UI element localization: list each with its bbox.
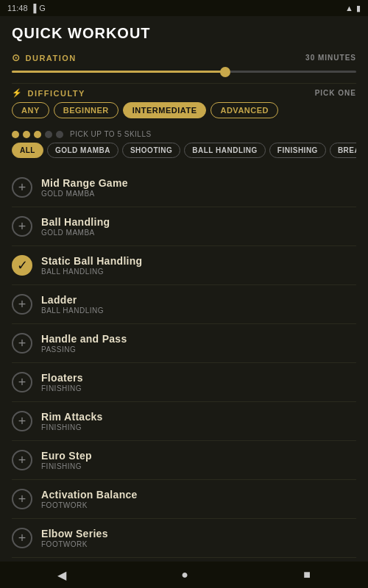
difficulty-advanced-button[interactable]: Advanced <box>210 102 278 118</box>
skills-limit-label: Pick Up To 5 Skills <box>70 130 152 138</box>
difficulty-label: Difficulty <box>28 89 85 98</box>
home-nav-icon[interactable]: ● <box>181 568 188 581</box>
difficulty-label-row: ⚡ Difficulty Pick One <box>12 88 356 98</box>
skill-dot-2 <box>23 131 30 138</box>
back-nav-icon[interactable]: ◀ <box>57 568 66 582</box>
workout-name: Ladder <box>41 294 104 306</box>
skill-dot-4 <box>45 131 52 138</box>
header: Quick Workout <box>0 16 368 48</box>
add-workout-button[interactable]: + <box>12 333 32 354</box>
list-item: + Handle and Pass Passing <box>12 324 356 363</box>
workout-info: Activation Balance Footwork <box>41 489 138 509</box>
workout-info: Euro Step Finishing <box>41 450 92 470</box>
list-item: + Euro Step Finishing <box>12 441 356 480</box>
workout-name: Rim Attacks <box>41 411 103 423</box>
wifi-icon: ▲ <box>345 4 353 12</box>
workout-name: Activation Balance <box>41 489 138 501</box>
workout-category: Ball Handling <box>41 306 104 315</box>
skill-filter-breakdown[interactable]: Breakdown Handles <box>330 143 356 158</box>
workout-info: Mid Range Game Gold Mamba <box>41 177 128 198</box>
skill-dot-1 <box>12 131 19 138</box>
difficulty-any-button[interactable]: Any <box>12 102 49 118</box>
list-item: + Floaters Finishing <box>12 363 356 402</box>
workout-name: Floaters <box>41 372 83 384</box>
network-icon: G <box>39 4 46 12</box>
workout-category: Gold Mamba <box>41 190 128 198</box>
pick-one-label: Pick One <box>315 89 356 97</box>
skills-section: Pick Up To 5 Skills All Gold Mamba Shoot… <box>0 126 368 168</box>
duration-section: ⊙ Duration 30 Minutes <box>0 48 368 83</box>
workout-info: Floaters Finishing <box>41 372 83 392</box>
workout-category: Passing <box>41 345 127 354</box>
slider-track[interactable] <box>12 71 356 73</box>
duration-label-row: ⊙ Duration 30 Minutes <box>12 52 356 63</box>
slider-fill <box>12 71 225 73</box>
skills-dots-row: Pick Up To 5 Skills <box>12 130 356 138</box>
skill-dot-3 <box>34 131 41 138</box>
skill-filter-all[interactable]: All <box>12 143 43 158</box>
add-workout-button[interactable]: + <box>12 450 32 470</box>
slider-thumb[interactable] <box>220 67 230 77</box>
workout-info: Static Ball Handling Ball Handling <box>41 255 142 276</box>
recent-nav-icon[interactable]: ■ <box>303 568 311 581</box>
workout-info: Ladder Ball Handling <box>41 294 104 315</box>
workout-info: Rim Attacks Finishing <box>41 411 103 431</box>
duration-label: Duration <box>26 54 77 62</box>
add-workout-button-selected[interactable]: ✓ <box>12 255 32 276</box>
skill-dot-5 <box>56 131 63 138</box>
status-time: 11:48 ▐ G <box>7 4 46 12</box>
difficulty-buttons: Any Beginner Intermediate Advanced <box>12 102 356 118</box>
duration-slider-container[interactable] <box>12 68 356 79</box>
difficulty-section: ⚡ Difficulty Pick One Any Beginner Inter… <box>0 84 368 126</box>
workout-name: Mid Range Game <box>41 177 128 189</box>
list-item: ✓ Static Ball Handling Ball Handling <box>12 246 356 285</box>
signal-icon: ▐ <box>31 4 37 12</box>
workout-name: Static Ball Handling <box>41 255 142 267</box>
skill-filter-finishing[interactable]: Finishing <box>269 143 326 158</box>
duration-value: 30 Minutes <box>305 54 356 62</box>
workout-category: Gold Mamba <box>41 229 110 237</box>
list-item: + Elbow Series Footwork <box>12 519 356 558</box>
workout-category: Footwork <box>41 501 138 509</box>
bottom-navigation: ◀ ● ■ <box>0 562 368 588</box>
workout-list: + Mid Range Game Gold Mamba + Ball Handl… <box>0 168 368 588</box>
list-item: + Ball Handling Gold Mamba <box>12 207 356 246</box>
add-workout-button[interactable]: + <box>12 216 32 237</box>
workout-name: Euro Step <box>41 450 92 462</box>
battery-icon: ▮ <box>356 4 361 13</box>
skill-filter-shooting[interactable]: Shooting <box>122 143 180 158</box>
skills-filter-row: All Gold Mamba Shooting Ball Handling Fi… <box>12 143 356 161</box>
skill-filter-goldmamba[interactable]: Gold Mamba <box>47 143 118 158</box>
add-workout-button[interactable]: + <box>12 411 32 431</box>
add-workout-button[interactable]: + <box>12 372 32 392</box>
workout-category: Finishing <box>41 423 103 431</box>
add-workout-button[interactable]: + <box>12 489 32 509</box>
workout-info: Handle and Pass Passing <box>41 333 127 354</box>
time-display: 11:48 <box>7 4 28 12</box>
add-workout-button[interactable]: + <box>12 177 32 198</box>
workout-name: Handle and Pass <box>41 333 127 345</box>
page-title: Quick Workout <box>12 25 356 42</box>
workout-category: Finishing <box>41 384 83 392</box>
workout-category: Ball Handling <box>41 268 142 276</box>
workout-info: Elbow Series Footwork <box>41 528 108 548</box>
workout-info: Ball Handling Gold Mamba <box>41 216 110 237</box>
difficulty-beginner-button[interactable]: Beginner <box>54 102 118 118</box>
list-item: + Activation Balance Footwork <box>12 480 356 519</box>
workout-category: Footwork <box>41 540 108 548</box>
difficulty-intermediate-button[interactable]: Intermediate <box>123 102 207 118</box>
status-icons: ▲ ▮ <box>345 4 361 13</box>
list-item: + Rim Attacks Finishing <box>12 402 356 441</box>
workout-name: Ball Handling <box>41 216 110 228</box>
add-workout-button[interactable]: + <box>12 528 32 548</box>
workout-name: Elbow Series <box>41 528 108 539</box>
clock-icon: ⊙ <box>12 52 21 63</box>
workout-category: Finishing <box>41 462 92 470</box>
add-workout-button[interactable]: + <box>12 294 32 315</box>
lightning-icon: ⚡ <box>12 88 24 98</box>
list-item: + Mid Range Game Gold Mamba <box>12 168 356 207</box>
skill-filter-ballhandling[interactable]: Ball Handling <box>184 143 266 158</box>
list-item: + Ladder Ball Handling <box>12 285 356 324</box>
status-bar: 11:48 ▐ G ▲ ▮ <box>0 0 368 16</box>
